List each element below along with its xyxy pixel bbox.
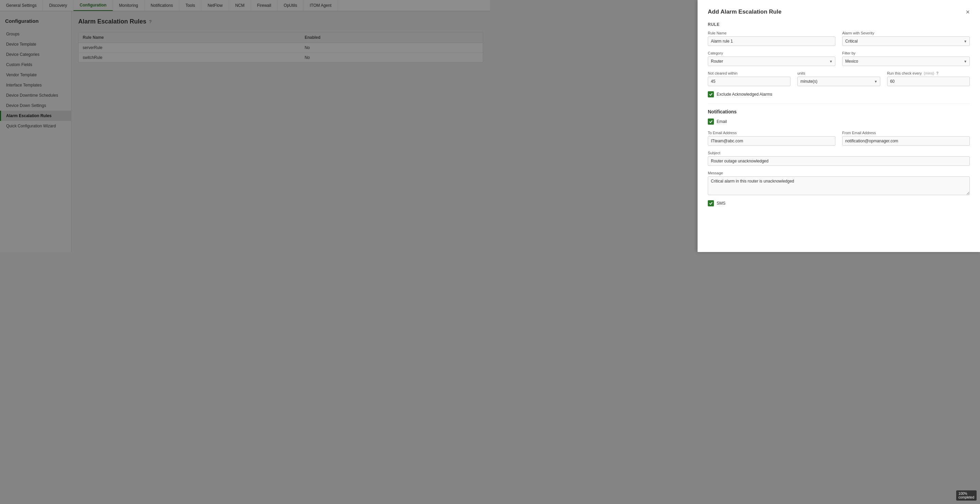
modal-overlay: Add Alarm Escalation Rule × Rule Rule Na… (0, 0, 490, 252)
